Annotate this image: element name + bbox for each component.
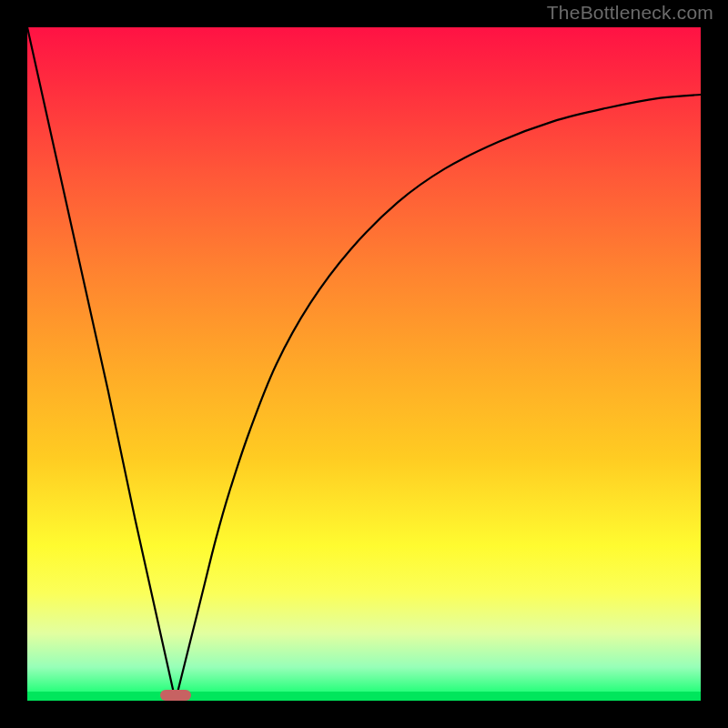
- optimal-marker: [160, 690, 191, 701]
- chart-frame: TheBottleneck.com: [0, 0, 728, 728]
- curve-path: [27, 27, 701, 701]
- watermark-text: TheBottleneck.com: [547, 2, 713, 24]
- plot-area: [27, 27, 701, 701]
- bottleneck-curve: [27, 27, 701, 701]
